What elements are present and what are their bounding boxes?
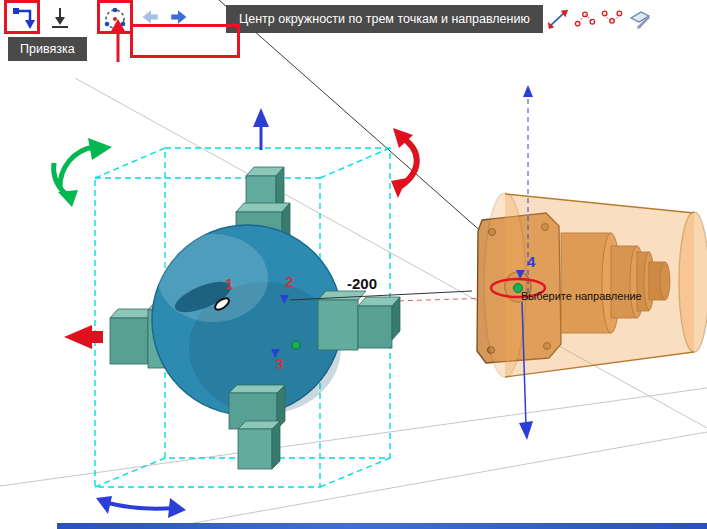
edit-plane-icon [628,7,652,31]
measure-button[interactable] [546,7,570,31]
chuck-highlight [158,234,268,322]
point-2-label: 2 [285,274,293,289]
dimension-value: -200 [347,276,377,291]
chuck-model[interactable] [110,167,400,469]
axis-arrow-red-left[interactable] [64,325,103,349]
chuck-jaw-right[interactable] [318,291,400,350]
snap-mode-label: Привязка [8,37,87,61]
cad-window: 1 2 3 4 -200 Выберите направление [0,0,707,529]
rotate-handle-green[interactable] [54,138,112,207]
highlight-box-normal-direction [4,0,40,34]
snap-point-icon [47,5,73,31]
chuck-center-point[interactable] [292,341,300,349]
snap-point-button[interactable] [45,3,75,33]
point-1-label: 1 [225,276,233,291]
window-edge-strip [57,523,707,529]
viewport-3d[interactable] [0,0,707,529]
annotation-arrow-up [106,18,130,64]
command-tooltip: Центр окружности по трем точкам и направ… [226,5,543,33]
point-4-label: 4 [527,254,535,269]
direction-hint: Выберите направление [521,291,642,302]
point-3-label: 3 [275,356,283,371]
highlight-box-options [130,24,240,58]
measure-icon [547,8,569,30]
chuck-jaw-bottom[interactable] [229,385,285,469]
axis-arrow-blue-up[interactable] [253,108,269,150]
spindle-model[interactable] [477,193,707,377]
points-curve-icon [601,8,623,30]
edit-plane-button[interactable] [627,6,653,32]
rotate-handle-blue-bottom[interactable] [96,496,186,518]
points-chain-icon [574,8,596,30]
points-chain-button[interactable] [573,7,597,31]
points-curve-button[interactable] [600,7,624,31]
